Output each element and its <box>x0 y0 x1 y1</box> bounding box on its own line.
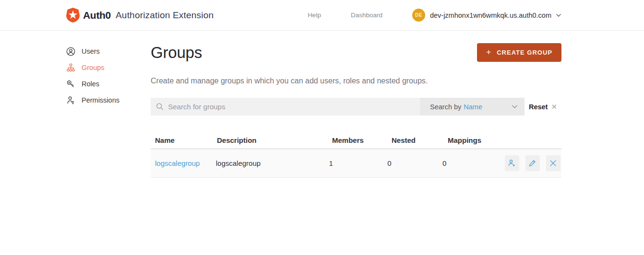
brand-name: Auth0 <box>83 10 111 21</box>
column-header-members: Members <box>332 136 392 144</box>
page-description: Create and manage groups in which you ca… <box>151 77 561 85</box>
sidebar-item-users[interactable]: Users <box>66 46 151 57</box>
person-key-icon <box>66 96 75 105</box>
avatar[interactable]: DE <box>412 9 425 22</box>
sidebar-item-permissions[interactable]: Permissions <box>66 94 151 106</box>
sidebar-item-roles[interactable]: Roles <box>66 78 151 90</box>
main-content: Groups + CREATE GROUP Create and manage … <box>151 43 561 178</box>
search-by-dropdown[interactable]: Search by Name <box>420 98 525 116</box>
reset-button[interactable]: Reset ✕ <box>525 98 561 116</box>
column-header-name: Name <box>155 136 217 144</box>
sidebar-item-label: Permissions <box>82 96 119 104</box>
page-title: Groups <box>151 44 202 61</box>
search-input[interactable] <box>168 103 420 111</box>
delete-group-button[interactable] <box>546 155 561 171</box>
user-menu[interactable]: DE dev-jzmhonx1wn6wmkqk.us.auth0.com <box>412 9 561 22</box>
create-group-label: CREATE GROUP <box>497 49 552 56</box>
group-description-cell: logscalegroup <box>216 159 329 167</box>
search-icon <box>156 103 164 111</box>
help-link[interactable]: Help <box>308 12 321 19</box>
tenant-domain: dev-jzmhonx1wn6wmkqk.us.auth0.com <box>430 12 551 19</box>
header-nav: Help Dashboard DE dev-jzmhonx1wn6wmkqk.u… <box>308 9 561 22</box>
org-hierarchy-icon <box>66 63 75 72</box>
add-member-button[interactable] <box>505 155 519 171</box>
delete-x-icon <box>549 160 557 167</box>
edit-pencil-icon <box>529 160 536 167</box>
search-toolbar: Search by Name Reset ✕ <box>151 98 561 116</box>
sidebar-item-label: Users <box>82 47 100 55</box>
group-mappings-cell: 0 <box>442 159 499 167</box>
group-members-cell: 1 <box>329 159 387 167</box>
sidebar: Users Groups Rol <box>66 43 151 178</box>
sidebar-item-groups[interactable]: Groups <box>66 62 151 73</box>
auth0-logo-icon <box>66 8 80 23</box>
chevron-down-icon <box>512 105 518 109</box>
app-header: Auth0 Authorization Extension Help Dashb… <box>0 0 644 31</box>
brand: Auth0 Authorization Extension <box>66 8 214 23</box>
user-circle-icon <box>66 47 75 56</box>
sidebar-item-label: Groups <box>82 64 105 71</box>
groups-table: Name Description Members Nested Mappings… <box>151 132 561 178</box>
table-row: logscalegroup logscalegroup 1 0 0 <box>151 149 561 178</box>
group-nested-cell: 0 <box>387 159 442 167</box>
dashboard-link[interactable]: Dashboard <box>351 12 382 19</box>
column-header-nested: Nested <box>392 136 448 144</box>
search-by-value: Name <box>464 103 482 111</box>
group-name-link[interactable]: logscalegroup <box>155 159 200 167</box>
search-box <box>151 98 420 116</box>
page-app-title: Authorization Extension <box>116 10 214 21</box>
row-actions <box>499 155 561 171</box>
key-icon <box>66 80 75 89</box>
create-group-button[interactable]: + CREATE GROUP <box>477 43 561 62</box>
column-header-description: Description <box>217 136 332 144</box>
chevron-down-icon <box>556 13 561 17</box>
search-by-label: Search by <box>430 103 461 111</box>
column-header-mappings: Mappings <box>448 136 505 144</box>
table-header-row: Name Description Members Nested Mappings <box>151 132 561 149</box>
plus-icon: + <box>486 48 491 56</box>
edit-group-button[interactable] <box>525 155 540 171</box>
add-member-icon <box>508 159 516 167</box>
close-icon: ✕ <box>551 103 557 111</box>
sidebar-item-label: Roles <box>82 80 99 88</box>
reset-label: Reset <box>529 103 548 111</box>
